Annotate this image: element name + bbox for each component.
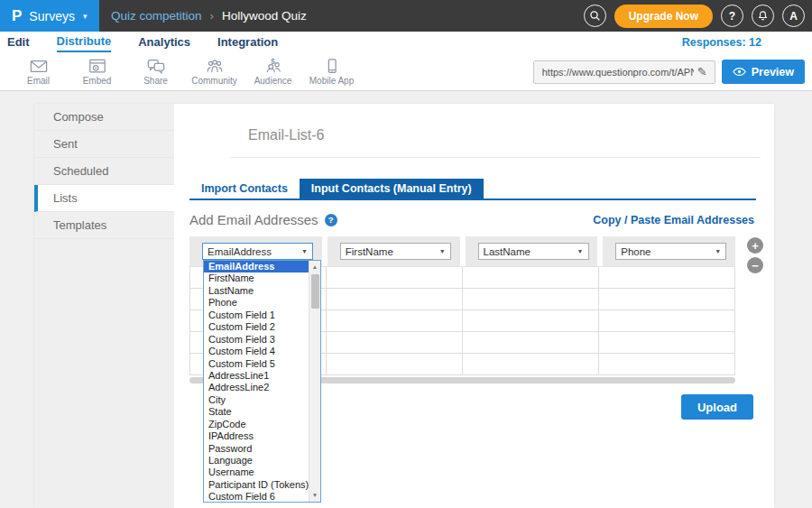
dropdown-option[interactable]: Custom Field 4 — [204, 346, 309, 357]
scrollbar-thumb[interactable] — [311, 274, 319, 309]
scroll-down-icon[interactable]: ▼ — [309, 490, 320, 501]
table-cell[interactable] — [463, 267, 599, 288]
remove-row-minus-icon[interactable]: − — [747, 257, 763, 273]
dropdown-option[interactable]: State — [204, 406, 309, 418]
field-select-value: Phone — [621, 246, 651, 257]
dropdown-option[interactable]: Custom Field 2 — [204, 321, 309, 333]
dropdown-option[interactable]: AddressLine2 — [204, 382, 309, 393]
add-row-plus-icon[interactable]: + — [747, 237, 763, 254]
table-cell[interactable] — [327, 310, 463, 331]
table-cell[interactable] — [327, 289, 463, 309]
sidebar-item-sent[interactable]: Sent — [34, 131, 174, 158]
dropdown-option[interactable]: Participant ID (Tokens) — [204, 479, 309, 491]
top-bar: P Surveys ▾ Quiz competition › Hollywood… — [0, 0, 812, 32]
dropdown-scrollbar[interactable]: ▲ ▼ — [309, 261, 320, 502]
dropdown-option[interactable]: Custom Field 6 — [204, 491, 309, 502]
copy-paste-email-addresses-link[interactable]: Copy / Paste Email Addresses — [593, 214, 754, 226]
breadcrumb: Quiz competition › Hollywood Quiz — [111, 0, 307, 32]
table-cell[interactable] — [463, 289, 599, 309]
tab-analytics[interactable]: Analytics — [138, 32, 190, 52]
select-caret-icon: ▼ — [715, 248, 721, 254]
responses-count: Responses: 12 — [682, 32, 761, 52]
tab-integration[interactable]: Integration — [217, 32, 278, 52]
dropdown-option[interactable]: EmailAddress — [204, 261, 309, 272]
toolbar-item-audience[interactable]: $ Audience — [244, 58, 302, 86]
tab-import-contacts[interactable]: Import Contacts — [189, 179, 300, 199]
toolbar-item-embed[interactable]: Embed — [68, 58, 126, 86]
tab-input-contacts-manual-entry[interactable]: Input Contacts (Manual Entry) — [300, 179, 484, 199]
help-icon[interactable]: ? — [325, 214, 337, 226]
table-cell[interactable] — [463, 354, 599, 374]
tab-distribute[interactable]: Distribute — [57, 32, 112, 52]
search-icon[interactable] — [584, 5, 606, 27]
upload-button[interactable]: Upload — [681, 394, 753, 420]
dropdown-option[interactable]: Custom Field 1 — [204, 309, 309, 321]
field-select-value: EmailAddress — [208, 246, 272, 257]
dropdown-option[interactable]: ZipCode — [204, 419, 309, 430]
table-cell[interactable] — [463, 332, 599, 353]
content-panel: Compose Sent Scheduled Lists Templates E… — [34, 104, 774, 508]
field-select-email-address[interactable]: EmailAddress ▼ — [202, 243, 313, 260]
sidebar-item-templates[interactable]: Templates — [34, 212, 174, 239]
community-icon — [205, 58, 225, 76]
column-header: LastName ▼ — [466, 236, 598, 266]
row-controls: + − — [747, 237, 763, 273]
dropdown-option[interactable]: City — [204, 394, 309, 406]
page-title: Email-List-6 — [248, 127, 761, 143]
bell-glyph — [757, 10, 769, 22]
field-select-last-name[interactable]: LastName ▼ — [478, 243, 589, 260]
toolbar-item-share[interactable]: Share — [126, 58, 185, 86]
table-cell[interactable] — [599, 289, 735, 309]
dropdown-option[interactable]: AddressLine1 — [204, 370, 309, 382]
distribute-toolbar: Email Embed Share — [0, 52, 812, 91]
tab-edit[interactable]: Edit — [7, 32, 30, 52]
upgrade-now-button[interactable]: Upgrade Now — [614, 5, 713, 28]
help-button[interactable]: ? — [721, 5, 743, 27]
dropdown-option[interactable]: Language — [204, 455, 309, 466]
dropdown-option[interactable]: LastName — [204, 285, 309, 297]
column-header: FirstName ▼ — [328, 236, 460, 266]
scroll-up-icon[interactable]: ▲ — [309, 262, 320, 272]
surveys-menu-label: Surveys — [29, 9, 75, 23]
preview-button[interactable]: Preview — [722, 60, 805, 84]
table-cell[interactable] — [599, 267, 735, 288]
lists-main-area: Email-List-6 Import Contacts Input Conta… — [174, 104, 774, 508]
edit-url-pencil-icon[interactable]: ✎ — [696, 65, 715, 79]
surveys-menu[interactable]: P Surveys ▾ — [0, 0, 99, 32]
add-email-addresses-heading: Add Email Addresses — [189, 212, 318, 227]
field-select-first-name[interactable]: FirstName ▼ — [340, 243, 451, 260]
sidebar-item-lists[interactable]: Lists — [34, 185, 174, 212]
sidebar-item-scheduled[interactable]: Scheduled — [34, 158, 174, 185]
field-select-value: LastName — [484, 246, 531, 257]
field-select-dropdown: EmailAddress FirstName LastName Phone Cu… — [203, 260, 321, 503]
table-cell[interactable] — [463, 310, 599, 331]
table-cell[interactable] — [599, 354, 735, 374]
toolbar-item-label: Community — [191, 76, 237, 86]
survey-url-input[interactable] — [534, 67, 696, 78]
dropdown-option[interactable]: FirstName — [204, 272, 309, 284]
notifications-bell-icon[interactable] — [752, 5, 774, 27]
table-cell[interactable] — [327, 354, 463, 374]
dropdown-option[interactable]: Phone — [204, 297, 309, 309]
toolbar-item-community[interactable]: Community — [185, 58, 244, 86]
share-icon — [146, 58, 166, 76]
table-cell[interactable] — [327, 267, 463, 288]
dropdown-option[interactable]: Custom Field 3 — [204, 334, 309, 346]
dropdown-option[interactable]: IPAddress — [204, 430, 309, 442]
field-select-phone[interactable]: Phone ▼ — [615, 243, 726, 260]
dropdown-option[interactable]: Custom Field 5 — [204, 358, 309, 370]
chevron-down-icon: ▾ — [83, 12, 88, 21]
dropdown-option[interactable]: Password — [204, 443, 309, 455]
dropdown-option[interactable]: Username — [204, 466, 309, 478]
sidebar-item-compose[interactable]: Compose — [34, 104, 174, 131]
table-cell[interactable] — [599, 310, 735, 331]
toolbar-item-email[interactable]: Email — [9, 58, 68, 86]
table-cell[interactable] — [599, 332, 735, 353]
email-sidebar: Compose Sent Scheduled Lists Templates — [34, 104, 174, 508]
contacts-tabs: Import Contacts Input Contacts (Manual E… — [189, 179, 756, 200]
breadcrumb-parent[interactable]: Quiz competition — [111, 9, 202, 23]
breadcrumb-current: Hollywood Quiz — [222, 9, 307, 23]
toolbar-item-mobile-app[interactable]: Mobile App — [302, 58, 361, 86]
avatar[interactable]: A — [782, 5, 805, 27]
table-cell[interactable] — [327, 332, 463, 353]
